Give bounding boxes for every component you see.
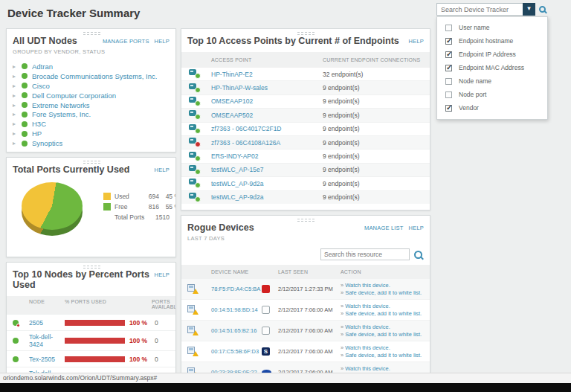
access-point-link[interactable]: zf7363 - 06C4017C2F1D bbox=[211, 125, 323, 132]
device-mac-link[interactable]: 78:F5:FD:A4:C5:BA bbox=[211, 286, 262, 292]
vendor-name-link[interactable]: Cisco bbox=[32, 82, 50, 90]
col-percent-ports: % PORTS USED bbox=[65, 299, 125, 304]
checkbox-checked-icon[interactable] bbox=[445, 65, 452, 71]
vendor-tree-item[interactable]: ▸Adtran bbox=[13, 62, 170, 71]
table-row: testWLC_AP-9d2a9 endpoint(s) bbox=[181, 190, 430, 204]
vendor-tree-item[interactable]: ▸Fore Systems, Inc. bbox=[13, 109, 170, 119]
drag-handle-icon[interactable] bbox=[297, 218, 314, 222]
search-option-endpoint-mac-address[interactable]: Endpoint MAC Address bbox=[437, 61, 547, 74]
checkbox-checked-icon[interactable] bbox=[445, 38, 452, 45]
expand-chevron-icon[interactable]: ▸ bbox=[13, 121, 17, 127]
help-link[interactable]: HELP bbox=[409, 225, 424, 231]
action-link[interactable]: Safe device, add it to white list. bbox=[345, 352, 422, 359]
search-option-node-port[interactable]: Node port bbox=[437, 88, 547, 101]
access-point-link[interactable]: testWLC_AP-15e7 bbox=[211, 166, 323, 173]
action-link[interactable]: Watch this device. bbox=[345, 344, 390, 351]
action-link[interactable]: Watch this device. bbox=[345, 303, 390, 309]
search-dropdown-button[interactable]: ▾ bbox=[523, 3, 535, 16]
help-link[interactable]: HELP bbox=[155, 38, 170, 45]
access-point-link[interactable]: HP-ThinAP-W-sales bbox=[211, 84, 323, 91]
vendor-name-link[interactable]: H3C bbox=[32, 120, 46, 128]
checkbox-unchecked-icon[interactable] bbox=[445, 91, 452, 98]
endpoint-count: 9 endpoint(s) bbox=[323, 166, 422, 173]
access-point-link[interactable]: testWLC_AP-9d2a bbox=[211, 180, 323, 187]
col-last-seen: LAST SEEN bbox=[278, 269, 341, 274]
search-option-user-name[interactable]: User name bbox=[437, 21, 547, 34]
action-link[interactable]: Watch this device. bbox=[345, 282, 390, 289]
action-link[interactable]: Watch this device. bbox=[345, 324, 390, 330]
drag-handle-icon[interactable] bbox=[83, 160, 100, 164]
help-link[interactable]: HELP bbox=[409, 38, 424, 45]
vendor-tree-item[interactable]: ▸Extreme Networks bbox=[13, 100, 170, 110]
access-point-link[interactable]: ERS-INDY-AP02 bbox=[211, 152, 323, 160]
action-line: »Watch this device. bbox=[341, 365, 424, 373]
access-point-link[interactable]: OMSEAAP102 bbox=[211, 97, 323, 105]
expand-chevron-icon[interactable]: ▸ bbox=[13, 111, 17, 118]
node-name-link[interactable]: Tex-2505 bbox=[29, 353, 65, 365]
access-point-link[interactable]: testWLC_AP-9d2a bbox=[211, 193, 323, 201]
endpoint-count: 9 endpoint(s) bbox=[323, 97, 422, 105]
action-link[interactable]: Safe device, add it to white list. bbox=[345, 331, 422, 338]
action-link[interactable]: Safe device, add it to white list. bbox=[345, 289, 422, 296]
checkbox-unchecked-icon[interactable] bbox=[445, 78, 452, 85]
legend-percent: 55 % bbox=[159, 203, 176, 211]
checkbox-checked-icon[interactable] bbox=[445, 51, 452, 58]
vendor-name-link[interactable]: Adtran bbox=[32, 62, 53, 71]
expand-chevron-icon[interactable]: ▸ bbox=[13, 63, 17, 70]
search-option-endpoint-hostname[interactable]: Endpoint hostname bbox=[437, 34, 547, 48]
drag-handle-icon[interactable] bbox=[83, 265, 100, 269]
taskbar bbox=[0, 383, 571, 392]
percent-bar-fill bbox=[65, 320, 125, 326]
search-icon[interactable] bbox=[414, 251, 422, 259]
help-link[interactable]: HELP bbox=[155, 167, 170, 173]
device-mac-link[interactable]: 00:14:51:65:B2:16 bbox=[211, 327, 262, 334]
warning-icon bbox=[193, 351, 199, 356]
search-option-label: Endpoint IP Address bbox=[459, 51, 516, 58]
node-name-link[interactable]: Tok-dell-3424 bbox=[29, 331, 65, 350]
expand-chevron-icon[interactable]: ▸ bbox=[13, 73, 17, 80]
expand-chevron-icon[interactable]: ▸ bbox=[13, 102, 17, 109]
vendor-tree-item[interactable]: ▸Synoptics bbox=[13, 138, 170, 148]
endpoint-count: 9 endpoint(s) bbox=[323, 125, 422, 132]
access-point-link[interactable]: zf7363 - 06C4108A126A bbox=[211, 139, 323, 147]
vendor-name-link[interactable]: Dell Computer Corporation bbox=[32, 91, 116, 100]
expand-chevron-icon[interactable]: ▸ bbox=[13, 130, 17, 137]
panel-subtitle: LAST 7 DAYS bbox=[187, 235, 424, 242]
drag-handle-icon[interactable] bbox=[83, 31, 100, 36]
access-point-link[interactable]: OMSEAAP502 bbox=[211, 112, 323, 119]
vendor-name-link[interactable]: Brocade Communications Systems, Inc. bbox=[32, 72, 157, 80]
expand-chevron-icon[interactable]: ▸ bbox=[13, 92, 17, 99]
node-name-link[interactable]: 2505 bbox=[29, 317, 65, 329]
device-mac-link[interactable]: 00:14:51:98:BD:14 bbox=[211, 306, 262, 313]
rogue-search-input[interactable] bbox=[320, 248, 410, 260]
vendor-tree-item[interactable]: ▸Cisco bbox=[13, 81, 170, 91]
vendor-name-link[interactable]: Extreme Networks bbox=[32, 101, 90, 109]
vendor-name-link[interactable]: Synoptics bbox=[32, 139, 62, 147]
drag-handle-icon[interactable] bbox=[297, 31, 314, 36]
action-link[interactable]: Watch this device. bbox=[345, 365, 390, 372]
device-tracker-search-input[interactable] bbox=[436, 3, 523, 16]
table-row: testWLC_AP-9d2a9 endpoint(s) bbox=[181, 176, 430, 190]
vendor-tree-item[interactable]: ▸HP bbox=[13, 129, 170, 138]
search-icon[interactable] bbox=[539, 6, 546, 13]
action-link[interactable]: Safe device, add it to white list. bbox=[345, 310, 422, 317]
checkbox-checked-icon[interactable] bbox=[445, 105, 452, 112]
access-point-link[interactable]: HP-ThinAP-E2 bbox=[211, 71, 323, 78]
expand-chevron-icon[interactable]: ▸ bbox=[13, 83, 17, 89]
help-link[interactable]: HELP bbox=[155, 271, 170, 278]
percent-bar bbox=[65, 338, 125, 344]
manage-list-link[interactable]: MANAGE LIST bbox=[364, 225, 404, 231]
vendor-tree-item[interactable]: ▸H3C bbox=[13, 119, 170, 129]
search-option-endpoint-ip-address[interactable]: Endpoint IP Address bbox=[437, 48, 547, 61]
vendor-name-link[interactable]: Fore Systems, Inc. bbox=[32, 110, 91, 118]
search-option-node-name[interactable]: Node name bbox=[437, 74, 547, 88]
device-mac-link[interactable]: 00:17:C5:5B:6F:D3 bbox=[211, 348, 262, 355]
manage-ports-link[interactable]: MANAGE PORTS bbox=[103, 38, 149, 45]
vendor-tree-item[interactable]: ▸Brocade Communications Systems, Inc. bbox=[13, 71, 170, 81]
search-option-label: Endpoint hostname bbox=[459, 37, 513, 45]
vendor-name-link[interactable]: HP bbox=[32, 129, 42, 138]
vendor-tree-item[interactable]: ▸Dell Computer Corporation bbox=[13, 91, 170, 100]
search-option-vendor[interactable]: Vendor bbox=[437, 101, 547, 115]
expand-chevron-icon[interactable]: ▸ bbox=[13, 140, 17, 147]
checkbox-unchecked-icon[interactable] bbox=[445, 25, 452, 31]
